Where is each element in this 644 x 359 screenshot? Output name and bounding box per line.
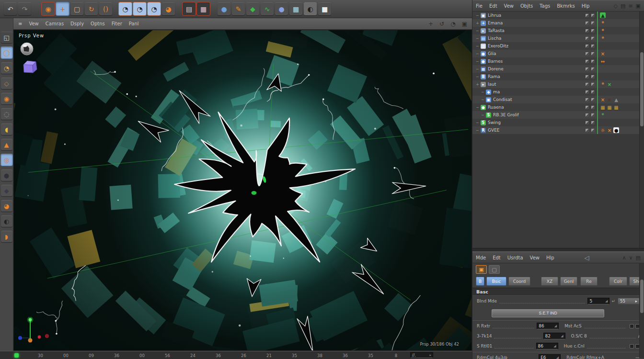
add-generator-button[interactable]: ◆ xyxy=(246,2,259,15)
expander-icon[interactable]: − xyxy=(474,105,481,110)
visibility-toggles[interactable] xyxy=(583,121,597,124)
visibility-toggles[interactable] xyxy=(583,37,597,40)
om-menu-4[interactable]: Tags xyxy=(540,3,550,9)
render-visibility-dot[interactable] xyxy=(591,14,595,17)
scene-camera-object[interactable] xyxy=(20,42,34,56)
viewport-menu-1[interactable]: Vew xyxy=(29,21,38,26)
viewport-menu-0[interactable]: ≡ xyxy=(18,21,22,26)
render-visibility-dot[interactable] xyxy=(591,22,595,25)
object-tag-icon[interactable]: ☼ xyxy=(600,127,606,133)
viewport-view-label[interactable]: Prsp Vew xyxy=(19,33,44,38)
editor-visibility-dot[interactable] xyxy=(586,121,589,124)
quantize-toggle-button[interactable]: ◗ xyxy=(1,231,12,242)
visibility-toggles[interactable] xyxy=(583,113,597,117)
visibility-toggles[interactable] xyxy=(583,45,597,48)
model-axis-button[interactable]: ▲ xyxy=(1,139,12,150)
am-down-icon[interactable]: ∨ xyxy=(629,255,633,261)
add-spline-button[interactable]: ✎ xyxy=(232,2,245,15)
object-row-emana[interactable]: ++Emana* xyxy=(472,19,639,27)
scale-tool[interactable]: ▢ xyxy=(70,2,83,15)
scene-cube-object[interactable] xyxy=(22,59,39,75)
om-menu-3[interactable]: Objts xyxy=(520,3,533,9)
object-row-barnes[interactable]: ─●Barnes↔ xyxy=(472,57,639,65)
zoom-view-icon[interactable]: ◔ xyxy=(450,21,455,27)
timeline[interactable]: 30000936005624362621353836358 //. ▸ xyxy=(0,351,472,359)
last-used-tool[interactable]: () xyxy=(99,2,112,15)
object-name[interactable]: Lischa xyxy=(488,36,583,41)
polygons-mode-button[interactable]: ◖ xyxy=(1,123,12,135)
timeline-current-frame-marker[interactable] xyxy=(14,353,19,358)
object-tag-icon[interactable]: ▲ xyxy=(600,12,606,18)
editor-visibility-dot[interactable] xyxy=(586,106,589,109)
visibility-toggles[interactable] xyxy=(583,29,597,33)
object-tag-icon[interactable]: * xyxy=(600,28,606,34)
history-back-icon[interactable]: ◁ xyxy=(585,254,589,261)
attribute-value-field[interactable]: 82◢ xyxy=(543,333,565,339)
object-name[interactable]: Ruaena xyxy=(488,105,583,110)
render-visibility-dot[interactable] xyxy=(591,29,595,33)
model-mode-button[interactable]: ◯ xyxy=(1,47,12,58)
am-menu-4[interactable]: Hlp xyxy=(546,255,554,260)
attribute-tab-b[interactable]: B xyxy=(476,277,484,286)
blend-mode-dropdown[interactable]: 55▸ xyxy=(618,298,640,304)
render-visibility-dot[interactable] xyxy=(591,45,595,48)
scroll-thumb[interactable] xyxy=(640,52,644,126)
render-view-button[interactable]: ▤ xyxy=(183,2,196,15)
add-environment-button[interactable]: ◐ xyxy=(304,2,317,15)
object-row-condisat[interactable]: ─▣Condisat××▲ xyxy=(472,96,639,103)
object-row-tarasta[interactable]: ─▸TaRasta* xyxy=(472,27,639,34)
visibility-toggles[interactable] xyxy=(583,98,597,101)
expander-icon[interactable]: + xyxy=(474,82,481,87)
viewport-menu-3[interactable]: Dsply xyxy=(70,21,84,26)
object-name[interactable]: Dorene xyxy=(488,67,583,71)
attribute-control[interactable] xyxy=(628,324,640,328)
y-axis-lock[interactable]: ◔ xyxy=(133,2,146,15)
redo-button[interactable]: ↷ xyxy=(18,2,31,15)
viewport-solo-button[interactable]: ● xyxy=(1,169,12,181)
blend-mode-value-field[interactable]: 5◢ xyxy=(587,298,610,304)
object-tag-icon[interactable]: ↔ xyxy=(600,58,606,64)
object-name[interactable]: Emana xyxy=(488,21,583,25)
am-menu-2[interactable]: Usrdta xyxy=(507,255,523,260)
object-tag-icon[interactable]: × xyxy=(607,81,612,87)
object-tag-icon[interactable]: × xyxy=(600,97,606,102)
add-deformer-button[interactable]: ∿ xyxy=(261,2,274,15)
camera-mode-button[interactable]: ◆ xyxy=(1,185,12,196)
undo-button[interactable]: ↶ xyxy=(4,2,17,15)
snap-toggle-button[interactable]: ◕ xyxy=(1,200,12,212)
editor-visibility-dot[interactable] xyxy=(586,90,589,94)
om-menu-6[interactable]: Hlp xyxy=(582,3,590,9)
object-name[interactable]: ma xyxy=(493,90,583,94)
render-visibility-dot[interactable] xyxy=(591,98,595,101)
object-name[interactable]: ExeroDitz xyxy=(488,44,583,48)
attribute-value-field[interactable]: E6◢ xyxy=(539,354,561,359)
om-menu-5[interactable]: Bkmrks xyxy=(557,3,575,9)
am-menu-0[interactable]: Mde xyxy=(476,255,486,260)
object-name[interactable]: Glia xyxy=(488,51,583,56)
object-tag-icon[interactable]: * xyxy=(600,112,606,118)
editor-visibility-dot[interactable] xyxy=(586,14,589,17)
attribute-tab-colr[interactable]: Colr xyxy=(609,277,627,286)
object-row-ruaena[interactable]: −●Ruaena▦▦▦ xyxy=(472,103,639,111)
enable-axis-button[interactable]: ◎ xyxy=(1,154,12,166)
add-primitive-button[interactable]: ● xyxy=(218,2,230,15)
object-tag-icon[interactable]: × xyxy=(607,127,612,133)
render-visibility-dot[interactable] xyxy=(591,106,595,109)
object-tag-icon[interactable]: * xyxy=(600,20,606,26)
z-axis-lock[interactable]: ◔ xyxy=(148,2,161,15)
editor-visibility-dot[interactable] xyxy=(586,129,589,132)
pan-view-icon[interactable]: + xyxy=(428,21,433,27)
object-tag-icon[interactable]: * xyxy=(600,81,606,87)
visibility-toggles[interactable] xyxy=(583,90,597,94)
render-visibility-dot[interactable] xyxy=(591,113,595,117)
scroll-thumb[interactable] xyxy=(640,280,644,313)
object-name[interactable]: GVEE xyxy=(488,128,583,133)
object-row-rb-3e-grolif[interactable]: ─SRB.3E Grolif* xyxy=(472,111,639,119)
object-row-dorene[interactable]: ─▦Dorene xyxy=(472,65,639,73)
visibility-toggles[interactable] xyxy=(583,106,597,109)
object-row-rama[interactable]: ─BRama xyxy=(472,73,639,80)
editor-visibility-dot[interactable] xyxy=(586,113,589,117)
make-editable-button[interactable]: ◱ xyxy=(1,32,12,43)
object-row-laut[interactable]: +▸laut*× xyxy=(472,80,639,88)
object-row-glia[interactable]: ─●Glia× xyxy=(472,50,639,57)
